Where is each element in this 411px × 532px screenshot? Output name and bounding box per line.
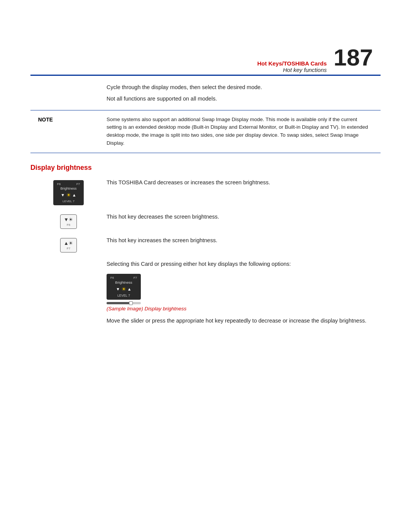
selecting-text: Selecting this Card or pressing either h… — [107, 260, 381, 268]
key-decrease-symbol: ▼☀ — [64, 217, 73, 222]
card-f7: F7 — [76, 182, 80, 186]
sun-icon: ☀ — [66, 192, 71, 198]
intro-line2: Not all functions are supported on all m… — [107, 95, 381, 103]
slider-bar-container — [107, 302, 381, 304]
header-subtitle: Hot key functions — [257, 67, 327, 73]
intro-line1: Cycle through the display modes, then se… — [107, 83, 381, 92]
sample-image-caption: (Sample Image) Display brightness — [107, 306, 381, 312]
sample-arrow-up-icon: ▲ — [127, 287, 132, 291]
sample-image-section: F6 F7 Brightness ▼ ☀ ▲ LEVEL 7 — [107, 274, 381, 312]
header-title-group: Hot Keys/TOSHIBA Cards Hot key functions… — [257, 46, 373, 73]
key-decrease: ▼☀ F6 — [60, 214, 77, 229]
note-section: NOTE Some systems also support an additi… — [30, 110, 381, 153]
sample-card-container: F6 F7 Brightness ▼ ☀ ▲ LEVEL 7 — [107, 274, 381, 300]
key-increase-label: F7 — [67, 247, 70, 250]
icon-area-increase: ▲☀ F7 — [30, 236, 107, 252]
content-area: Cycle through the display modes, then se… — [30, 76, 381, 325]
card-level: LEVEL 7 — [57, 200, 80, 203]
header-title: Hot Keys/TOSHIBA Cards — [257, 60, 327, 67]
section-heading: Display brightness — [30, 164, 381, 172]
card-title: Brightness — [57, 187, 80, 190]
sample-card-fkeys: F6 F7 — [110, 276, 137, 280]
key-decrease-label: F6 — [67, 223, 70, 227]
slider-track[interactable] — [107, 302, 141, 304]
content-row-card: F6 F7 Brightness ▼ ☀ ▲ LEVEL 7 This TOSH… — [30, 179, 381, 205]
content-row-decrease: ▼☀ F6 This hot key decreases the screen … — [30, 213, 381, 229]
note-label: NOTE — [30, 116, 107, 148]
card-f6: F6 — [57, 182, 61, 186]
sample-card-level: LEVEL 7 — [110, 294, 137, 297]
card-fkeys: F6 F7 — [57, 182, 80, 186]
sample-card-f6: F6 — [110, 276, 114, 280]
sample-arrow-down-icon: ▼ — [116, 287, 120, 291]
sample-card-icons-row: ▼ ☀ ▲ — [110, 286, 137, 292]
sample-card-title: Brightness — [110, 280, 137, 284]
page-container: Hot Keys/TOSHIBA Cards Hot key functions… — [0, 0, 411, 532]
key-increase-symbol: ▲☀ — [64, 240, 73, 246]
icon-area-card: F6 F7 Brightness ▼ ☀ ▲ LEVEL 7 — [30, 179, 107, 205]
toshiba-card: F6 F7 Brightness ▼ ☀ ▲ LEVEL 7 — [53, 180, 84, 205]
icon-area-decrease: ▼☀ F6 — [30, 213, 107, 229]
row3-text: This hot key increases the screen bright… — [107, 236, 381, 245]
sample-sun-icon: ☀ — [121, 286, 126, 292]
arrow-down-icon: ▼ — [61, 193, 65, 197]
header-area: Hot Keys/TOSHIBA Cards Hot key functions… — [30, 46, 381, 73]
content-row-increase: ▲☀ F7 This hot key increases the screen … — [30, 236, 381, 252]
arrow-up-icon: ▲ — [72, 193, 76, 197]
bottom-text: Move the slider or press the appropriate… — [107, 317, 381, 325]
slider-fill — [107, 302, 131, 304]
row2-text: This hot key decreases the screen bright… — [107, 213, 381, 221]
card-icons-row: ▼ ☀ ▲ — [57, 192, 80, 198]
note-content: Some systems also support an additional … — [107, 116, 381, 148]
sample-card: F6 F7 Brightness ▼ ☀ ▲ LEVEL 7 — [107, 274, 141, 300]
sample-card-f7: F7 — [134, 276, 137, 280]
key-increase: ▲☀ F7 — [60, 238, 77, 252]
page-number: 187 — [334, 46, 373, 69]
row1-text: This TOSHIBA Card decreases or increases… — [107, 179, 381, 187]
slider-thumb — [129, 301, 133, 305]
